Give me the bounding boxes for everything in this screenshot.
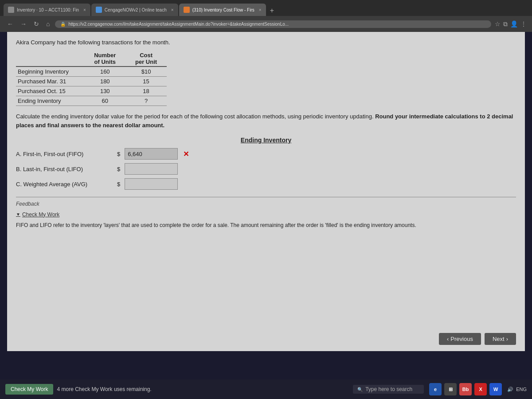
tab-close-cengage[interactable]: ×: [171, 8, 174, 12]
units-purchased-oct: 130: [84, 86, 125, 96]
col-header-cost: Costper Unit: [125, 51, 167, 66]
navigation-buttons: ‹ Previous Next ›: [439, 333, 516, 345]
feedback-section: Feedback ▼ Check My Work FIFO and LIFO r…: [16, 197, 516, 229]
eng-label: ENG: [516, 387, 527, 392]
menu-icon[interactable]: ⋮: [520, 20, 527, 28]
tab-icon-inventory: [8, 7, 14, 13]
lifo-dollar: $: [117, 166, 120, 172]
check-my-work-text: Check My Work: [22, 211, 59, 218]
volume-icon[interactable]: 🔊: [507, 387, 513, 392]
col-header-item: [16, 51, 84, 66]
item-purchased-mar: Purchased Mar. 31: [16, 77, 84, 86]
forward-button[interactable]: →: [19, 20, 28, 28]
lifo-input[interactable]: [125, 163, 178, 175]
remaining-uses-text: 4 more Check My Work uses remaining.: [57, 386, 151, 392]
lock-icon: 🔒: [60, 22, 66, 27]
browser-actions: ☆ ⧉ 👤 ⋮: [495, 20, 527, 28]
cost-purchased-mar: 15: [125, 77, 167, 86]
ending-inventory-title: Ending Inventory: [16, 137, 516, 144]
app-icons-taskbar: e ⊞ Bb X W: [429, 383, 502, 395]
table-row: Purchased Oct. 15 130 18: [16, 86, 167, 96]
tab-label-cengage: CengageNOWv2 | Online teachi: [105, 8, 167, 12]
bookmark-icon[interactable]: ☆: [495, 20, 501, 28]
item-beginning-inventory: Beginning Inventory: [16, 66, 84, 77]
avg-input[interactable]: [125, 178, 178, 190]
tab-icon-active: [184, 7, 190, 13]
taskbar-search[interactable]: 🔍 Type here to search: [353, 385, 424, 394]
url-box[interactable]: 🔒 https://v2.cengagenow.com/ilm/takeAssi…: [55, 20, 491, 28]
fifo-error-mark: ✕: [183, 150, 189, 158]
tab-bar: Inventory · 10 – ACCT1100: Fina × Cengag…: [0, 0, 532, 16]
fifo-input[interactable]: [125, 148, 178, 160]
search-placeholder-text: Type here to search: [365, 386, 412, 392]
units-ending: 60: [84, 96, 125, 106]
avg-row: C. Weighted Average (AVG) $: [16, 178, 516, 190]
ending-inventory-section: Ending Inventory A. First-in, First-out …: [16, 137, 516, 190]
sys-icons: 🔊 ENG: [507, 387, 527, 392]
tab-add-button[interactable]: +: [267, 5, 278, 16]
tab-icon-cengage: [96, 7, 102, 13]
app-icon-edge[interactable]: e: [429, 383, 442, 395]
feedback-label: Feedback: [16, 201, 516, 207]
extensions-icon[interactable]: ⧉: [503, 20, 508, 28]
problem-intro: Akira Company had the following transact…: [16, 39, 516, 46]
tab-inventory[interactable]: Inventory · 10 – ACCT1100: Fina ×: [4, 4, 90, 16]
search-icon: 🔍: [357, 387, 363, 392]
cost-ending: ?: [125, 96, 167, 106]
item-ending-inventory: Ending Inventory: [16, 96, 84, 106]
avg-dollar: $: [117, 181, 120, 188]
content-area: Akira Company had the following transact…: [7, 32, 525, 351]
address-bar: ← → ↻ ⌂ 🔒 https://v2.cengagenow.com/ilm/…: [0, 16, 532, 32]
instructions-line1: Calculate the ending inventory dollar va…: [16, 113, 374, 120]
instructions: Calculate the ending inventory dollar va…: [16, 112, 516, 129]
url-text: https://v2.cengagenow.com/ilm/takeAssign…: [68, 22, 289, 27]
tab-close-inventory[interactable]: ×: [83, 8, 86, 12]
previous-button[interactable]: ‹ Previous: [439, 333, 481, 345]
units-beginning: 160: [84, 66, 125, 77]
tab-active[interactable]: (310) Inventory Cost Flow - First ×: [179, 4, 266, 16]
app-icon-bb[interactable]: Bb: [459, 383, 472, 395]
tab-label-inventory: Inventory · 10 – ACCT1100: Fina: [17, 8, 79, 12]
cost-purchased-oct: 18: [125, 86, 167, 96]
avg-label: C. Weighted Average (AVG): [16, 181, 113, 188]
feedback-body: FIFO and LIFO refer to the inventory 'la…: [16, 221, 516, 229]
browser-chrome: Inventory · 10 – ACCT1100: Fina × Cengag…: [0, 0, 532, 32]
app-icon-word[interactable]: W: [489, 383, 502, 395]
lifo-label: B. Last-in, First-out (LIFO): [16, 166, 113, 172]
cost-beginning: $10: [125, 66, 167, 77]
units-purchased-mar: 180: [84, 77, 125, 86]
fifo-label: A. First-in, First-out (FIFO): [16, 151, 113, 157]
table-row: Purchased Mar. 31 180 15: [16, 77, 167, 86]
app-icon-excel[interactable]: X: [474, 383, 487, 395]
taskbar-right: 🔍 Type here to search e ⊞ Bb X W 🔊 ENG: [353, 383, 527, 395]
item-purchased-oct: Purchased Oct. 15: [16, 86, 84, 96]
table-row: Ending Inventory 60 ?: [16, 96, 167, 106]
app-icon-cmd[interactable]: ⊞: [444, 383, 457, 395]
fifo-dollar: $: [117, 151, 120, 157]
profile-icon[interactable]: 👤: [510, 20, 518, 28]
col-header-units: Numberof Units: [84, 51, 125, 66]
lifo-row: B. Last-in, First-out (LIFO) $: [16, 163, 516, 175]
tab-label-active: (310) Inventory Cost Flow - First: [192, 8, 254, 12]
home-button[interactable]: ⌂: [44, 20, 51, 28]
check-my-work-button[interactable]: Check My Work: [5, 384, 53, 395]
tab-close-active[interactable]: ×: [259, 8, 262, 12]
inventory-table: Numberof Units Costper Unit Beginning In…: [16, 51, 167, 106]
tab-cengage[interactable]: CengageNOWv2 | Online teachi ×: [91, 4, 178, 16]
fifo-row: A. First-in, First-out (FIFO) $ ✕: [16, 148, 516, 160]
next-button[interactable]: Next ›: [485, 333, 516, 345]
check-my-work-link[interactable]: ▼ Check My Work: [16, 211, 59, 218]
check-arrow-icon: ▼: [16, 212, 20, 217]
taskbar: Check My Work 4 more Check My Work uses …: [0, 379, 532, 399]
back-button[interactable]: ←: [5, 20, 15, 28]
refresh-button[interactable]: ↻: [32, 20, 41, 28]
table-row: Beginning Inventory 160 $10: [16, 66, 167, 77]
